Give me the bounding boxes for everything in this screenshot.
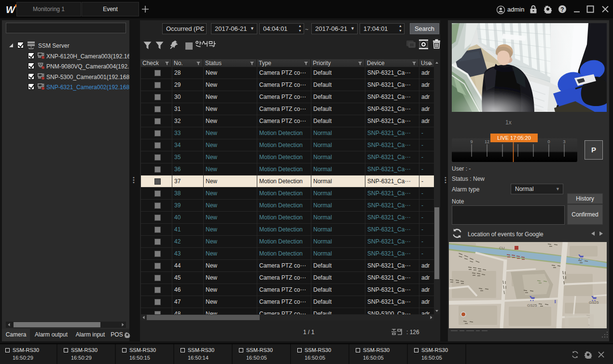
svg-text:?: ? xyxy=(560,6,564,13)
svg-text:0: 0 xyxy=(547,139,550,144)
svg-text:12: 12 xyxy=(485,139,489,144)
svg-text:3: 3 xyxy=(563,139,565,144)
svg-text:9: 9 xyxy=(470,139,473,144)
svg-text:: 126: : 126 xyxy=(406,329,419,335)
svg-text:W: W xyxy=(6,4,16,15)
